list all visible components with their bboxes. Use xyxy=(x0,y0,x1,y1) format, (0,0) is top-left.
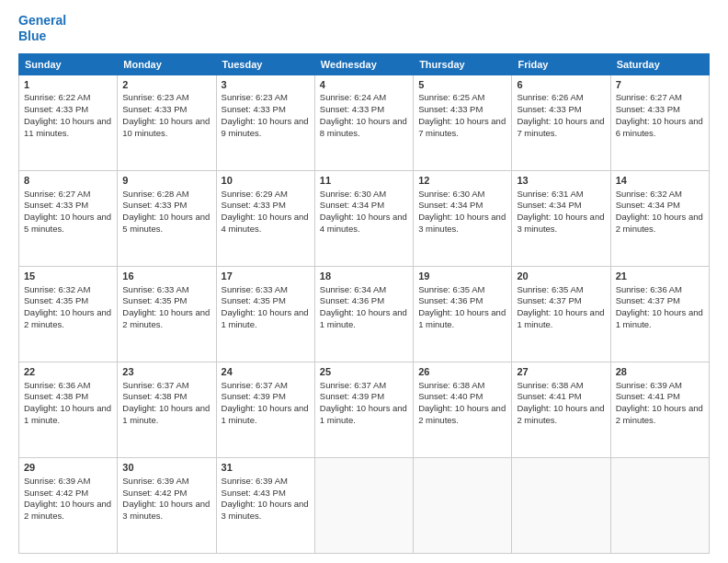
daylight-label: Daylight: 10 hours and 2 minutes. xyxy=(517,403,604,425)
sunset-label: Sunset: 4:40 PM xyxy=(418,391,483,401)
day-number: 4 xyxy=(320,78,408,92)
calendar-day-cell: 20 Sunrise: 6:35 AM Sunset: 4:37 PM Dayl… xyxy=(512,266,610,362)
daylight-label: Daylight: 10 hours and 1 minute. xyxy=(222,403,309,425)
day-number: 14 xyxy=(616,174,704,188)
daylight-label: Daylight: 10 hours and 1 minute. xyxy=(320,403,407,425)
sunset-label: Sunset: 4:33 PM xyxy=(222,104,286,114)
day-number: 15 xyxy=(24,270,112,283)
sunset-label: Sunset: 4:39 PM xyxy=(320,391,384,401)
calendar-day-cell xyxy=(314,457,413,553)
sunrise-label: Sunrise: 6:37 AM xyxy=(320,380,386,390)
sunrise-label: Sunrise: 6:31 AM xyxy=(517,189,583,199)
sunrise-label: Sunrise: 6:36 AM xyxy=(616,284,682,294)
sunrise-label: Sunrise: 6:37 AM xyxy=(222,380,288,390)
calendar-week-row: 8 Sunrise: 6:27 AM Sunset: 4:33 PM Dayli… xyxy=(19,170,710,266)
sunset-label: Sunset: 4:35 PM xyxy=(122,295,187,305)
calendar-week-row: 22 Sunrise: 6:36 AM Sunset: 4:38 PM Dayl… xyxy=(19,362,710,457)
daylight-label: Daylight: 10 hours and 1 minute. xyxy=(24,403,111,425)
sunrise-label: Sunrise: 6:24 AM xyxy=(320,92,386,102)
calendar-day-cell: 22 Sunrise: 6:36 AM Sunset: 4:38 PM Dayl… xyxy=(19,362,118,457)
daylight-label: Daylight: 10 hours and 2 minutes. xyxy=(418,403,506,425)
daylight-label: Daylight: 10 hours and 1 minute. xyxy=(517,307,604,329)
calendar-day-cell: 1 Sunrise: 6:22 AM Sunset: 4:33 PM Dayli… xyxy=(19,75,118,170)
calendar-day-cell: 5 Sunrise: 6:25 AM Sunset: 4:33 PM Dayli… xyxy=(414,75,512,170)
daylight-label: Daylight: 10 hours and 8 minutes. xyxy=(320,116,407,138)
calendar-day-cell: 23 Sunrise: 6:37 AM Sunset: 4:38 PM Dayl… xyxy=(118,362,216,457)
calendar-day-cell: 31 Sunrise: 6:39 AM Sunset: 4:43 PM Dayl… xyxy=(216,457,314,553)
daylight-label: Daylight: 10 hours and 3 minutes. xyxy=(222,499,309,521)
sunset-label: Sunset: 4:42 PM xyxy=(24,488,88,498)
sunrise-label: Sunrise: 6:32 AM xyxy=(24,284,90,294)
day-number: 28 xyxy=(616,365,704,379)
sunset-label: Sunset: 4:33 PM xyxy=(24,104,88,114)
daylight-label: Daylight: 10 hours and 5 minutes. xyxy=(122,212,210,234)
sunrise-label: Sunrise: 6:23 AM xyxy=(122,92,188,102)
calendar-day-cell xyxy=(610,457,709,553)
calendar-table: SundayMondayTuesdayWednesdayThursdayFrid… xyxy=(18,53,710,554)
daylight-label: Daylight: 10 hours and 1 minute. xyxy=(616,307,703,329)
weekday-header-thursday: Thursday xyxy=(414,53,512,75)
day-number: 7 xyxy=(616,78,704,92)
sunset-label: Sunset: 4:35 PM xyxy=(222,295,286,305)
calendar-day-cell xyxy=(414,457,512,553)
sunset-label: Sunset: 4:42 PM xyxy=(122,488,187,498)
sunset-label: Sunset: 4:33 PM xyxy=(122,200,187,210)
calendar-day-cell: 6 Sunrise: 6:26 AM Sunset: 4:33 PM Dayli… xyxy=(512,75,610,170)
sunrise-label: Sunrise: 6:30 AM xyxy=(418,189,484,199)
sunrise-label: Sunrise: 6:38 AM xyxy=(418,380,484,390)
weekday-header-sunday: Sunday xyxy=(19,53,118,75)
sunset-label: Sunset: 4:37 PM xyxy=(616,295,680,305)
sunset-label: Sunset: 4:41 PM xyxy=(616,391,680,401)
daylight-label: Daylight: 10 hours and 1 minute. xyxy=(122,403,210,425)
day-number: 30 xyxy=(122,461,210,475)
sunset-label: Sunset: 4:39 PM xyxy=(222,391,286,401)
day-number: 18 xyxy=(320,270,408,283)
day-number: 17 xyxy=(222,270,310,283)
sunrise-label: Sunrise: 6:34 AM xyxy=(320,284,386,294)
page: General Blue General Blue SundayMondayTu… xyxy=(0,0,728,563)
daylight-label: Daylight: 10 hours and 3 minutes. xyxy=(418,212,506,234)
day-number: 29 xyxy=(24,461,112,475)
sunrise-label: Sunrise: 6:25 AM xyxy=(418,92,484,102)
day-number: 23 xyxy=(122,365,210,379)
calendar-day-cell: 27 Sunrise: 6:38 AM Sunset: 4:41 PM Dayl… xyxy=(512,362,610,457)
day-number: 27 xyxy=(517,365,605,379)
sunset-label: Sunset: 4:34 PM xyxy=(517,200,581,210)
day-number: 20 xyxy=(517,270,605,283)
calendar-week-row: 1 Sunrise: 6:22 AM Sunset: 4:33 PM Dayli… xyxy=(19,75,710,170)
sunset-label: Sunset: 4:34 PM xyxy=(320,200,384,210)
daylight-label: Daylight: 10 hours and 1 minute. xyxy=(320,307,407,329)
day-number: 5 xyxy=(418,78,506,92)
sunrise-label: Sunrise: 6:33 AM xyxy=(122,284,188,294)
day-number: 22 xyxy=(24,365,112,379)
calendar-week-row: 15 Sunrise: 6:32 AM Sunset: 4:35 PM Dayl… xyxy=(19,266,710,362)
calendar-day-cell: 21 Sunrise: 6:36 AM Sunset: 4:37 PM Dayl… xyxy=(610,266,709,362)
day-number: 6 xyxy=(517,78,605,92)
calendar-day-cell: 24 Sunrise: 6:37 AM Sunset: 4:39 PM Dayl… xyxy=(216,362,314,457)
sunset-label: Sunset: 4:37 PM xyxy=(517,295,581,305)
header: General Blue General Blue xyxy=(18,17,710,44)
calendar-day-cell: 3 Sunrise: 6:23 AM Sunset: 4:33 PM Dayli… xyxy=(216,75,314,170)
calendar-day-cell: 17 Sunrise: 6:33 AM Sunset: 4:35 PM Dayl… xyxy=(216,266,314,362)
sunrise-label: Sunrise: 6:30 AM xyxy=(320,189,386,199)
sunrise-label: Sunrise: 6:32 AM xyxy=(616,189,682,199)
calendar-day-cell: 19 Sunrise: 6:35 AM Sunset: 4:36 PM Dayl… xyxy=(414,266,512,362)
daylight-label: Daylight: 10 hours and 2 minutes. xyxy=(122,307,210,329)
sunrise-label: Sunrise: 6:27 AM xyxy=(616,92,682,102)
daylight-label: Daylight: 10 hours and 7 minutes. xyxy=(418,116,506,138)
calendar-day-cell: 11 Sunrise: 6:30 AM Sunset: 4:34 PM Dayl… xyxy=(314,170,413,266)
calendar-day-cell: 25 Sunrise: 6:37 AM Sunset: 4:39 PM Dayl… xyxy=(314,362,413,457)
calendar-day-cell: 26 Sunrise: 6:38 AM Sunset: 4:40 PM Dayl… xyxy=(414,362,512,457)
day-number: 10 xyxy=(222,174,310,188)
day-number: 9 xyxy=(122,174,210,188)
day-number: 21 xyxy=(616,270,704,283)
sunset-label: Sunset: 4:43 PM xyxy=(222,488,286,498)
sunrise-label: Sunrise: 6:37 AM xyxy=(122,380,188,390)
day-number: 31 xyxy=(222,461,310,475)
daylight-label: Daylight: 10 hours and 1 minute. xyxy=(418,307,506,329)
calendar-week-row: 29 Sunrise: 6:39 AM Sunset: 4:42 PM Dayl… xyxy=(19,457,710,553)
day-number: 1 xyxy=(24,78,112,92)
weekday-header-wednesday: Wednesday xyxy=(314,53,413,75)
day-number: 19 xyxy=(418,270,506,283)
daylight-label: Daylight: 10 hours and 7 minutes. xyxy=(517,116,604,138)
